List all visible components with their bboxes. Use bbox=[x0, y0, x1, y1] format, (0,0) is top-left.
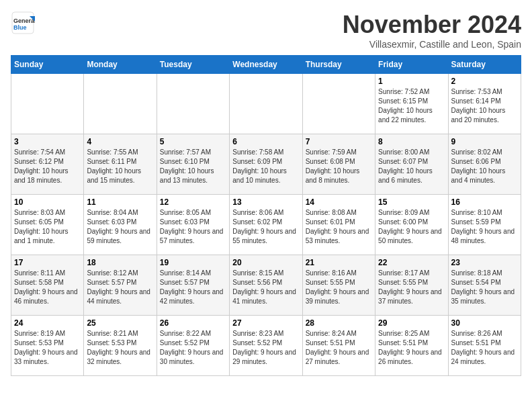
calendar-day-24: 24Sunrise: 8:19 AM Sunset: 5:53 PM Dayli… bbox=[11, 316, 84, 376]
day-number: 29 bbox=[378, 318, 445, 328]
day-number: 1 bbox=[378, 77, 445, 86]
calendar-day-26: 26Sunrise: 8:22 AM Sunset: 5:52 PM Dayli… bbox=[157, 316, 229, 376]
day-number: 9 bbox=[451, 137, 518, 146]
day-info: Sunrise: 7:54 AM Sunset: 6:12 PM Dayligh… bbox=[14, 148, 81, 185]
header: General Blue November 2024 Villasexmir, … bbox=[11, 11, 521, 50]
day-number: 25 bbox=[87, 318, 153, 328]
weekday-header-sunday: Sunday bbox=[11, 56, 84, 74]
calendar-day-empty bbox=[230, 74, 302, 134]
calendar-day-empty bbox=[84, 74, 157, 134]
day-info: Sunrise: 8:04 AM Sunset: 6:03 PM Dayligh… bbox=[87, 208, 153, 246]
day-number: 23 bbox=[451, 258, 518, 267]
day-info: Sunrise: 7:57 AM Sunset: 6:10 PM Dayligh… bbox=[160, 148, 226, 185]
calendar-day-25: 25Sunrise: 8:21 AM Sunset: 5:53 PM Dayli… bbox=[84, 316, 157, 376]
day-number: 26 bbox=[160, 318, 226, 328]
logo: General Blue bbox=[11, 11, 35, 35]
calendar-day-empty bbox=[302, 74, 375, 134]
weekday-header-tuesday: Tuesday bbox=[157, 56, 229, 74]
day-info: Sunrise: 8:12 AM Sunset: 5:57 PM Dayligh… bbox=[87, 269, 153, 306]
calendar-day-27: 27Sunrise: 8:23 AM Sunset: 5:52 PM Dayli… bbox=[230, 316, 302, 376]
weekday-header-thursday: Thursday bbox=[302, 56, 375, 74]
calendar-day-5: 5Sunrise: 7:57 AM Sunset: 6:10 PM Daylig… bbox=[157, 134, 229, 195]
calendar-day-8: 8Sunrise: 8:00 AM Sunset: 6:07 PM Daylig… bbox=[375, 134, 448, 195]
calendar-day-11: 11Sunrise: 8:04 AM Sunset: 6:03 PM Dayli… bbox=[84, 195, 157, 255]
day-info: Sunrise: 8:17 AM Sunset: 5:55 PM Dayligh… bbox=[378, 269, 445, 306]
calendar-day-empty bbox=[157, 74, 229, 134]
calendar-table: SundayMondayTuesdayWednesdayThursdayFrid… bbox=[11, 55, 521, 376]
day-info: Sunrise: 8:14 AM Sunset: 5:57 PM Dayligh… bbox=[160, 269, 226, 306]
calendar-day-17: 17Sunrise: 8:11 AM Sunset: 5:58 PM Dayli… bbox=[11, 255, 84, 316]
day-number: 15 bbox=[378, 197, 445, 207]
day-info: Sunrise: 8:19 AM Sunset: 5:53 PM Dayligh… bbox=[14, 329, 81, 367]
day-number: 5 bbox=[160, 137, 226, 146]
day-number: 19 bbox=[160, 258, 226, 267]
logo-icon: General Blue bbox=[11, 11, 35, 35]
day-number: 8 bbox=[378, 137, 445, 146]
calendar-week-5: 24Sunrise: 8:19 AM Sunset: 5:53 PM Dayli… bbox=[11, 316, 521, 376]
calendar-day-16: 16Sunrise: 8:10 AM Sunset: 5:59 PM Dayli… bbox=[448, 195, 521, 255]
day-info: Sunrise: 7:52 AM Sunset: 6:15 PM Dayligh… bbox=[378, 87, 445, 125]
day-number: 22 bbox=[378, 258, 445, 267]
calendar-day-4: 4Sunrise: 7:55 AM Sunset: 6:11 PM Daylig… bbox=[84, 134, 157, 195]
calendar-week-1: 1Sunrise: 7:52 AM Sunset: 6:15 PM Daylig… bbox=[11, 74, 521, 134]
calendar-day-20: 20Sunrise: 8:15 AM Sunset: 5:56 PM Dayli… bbox=[230, 255, 302, 316]
calendar-day-13: 13Sunrise: 8:06 AM Sunset: 6:02 PM Dayli… bbox=[230, 195, 302, 255]
day-info: Sunrise: 8:16 AM Sunset: 5:55 PM Dayligh… bbox=[306, 269, 372, 306]
calendar-day-10: 10Sunrise: 8:03 AM Sunset: 6:05 PM Dayli… bbox=[11, 195, 84, 255]
day-number: 21 bbox=[306, 258, 372, 267]
title-block: November 2024 Villasexmir, Castille and … bbox=[343, 11, 521, 50]
day-number: 28 bbox=[306, 318, 372, 328]
day-number: 10 bbox=[14, 197, 81, 207]
calendar-day-6: 6Sunrise: 7:58 AM Sunset: 6:09 PM Daylig… bbox=[230, 134, 302, 195]
day-number: 4 bbox=[87, 137, 153, 146]
day-info: Sunrise: 8:00 AM Sunset: 6:07 PM Dayligh… bbox=[378, 148, 445, 185]
day-number: 6 bbox=[232, 137, 299, 146]
calendar-week-3: 10Sunrise: 8:03 AM Sunset: 6:05 PM Dayli… bbox=[11, 195, 521, 255]
day-info: Sunrise: 8:24 AM Sunset: 5:51 PM Dayligh… bbox=[306, 329, 372, 367]
day-info: Sunrise: 8:18 AM Sunset: 5:54 PM Dayligh… bbox=[451, 269, 518, 306]
svg-text:General: General bbox=[13, 17, 35, 24]
calendar-day-7: 7Sunrise: 7:59 AM Sunset: 6:08 PM Daylig… bbox=[302, 134, 375, 195]
day-number: 14 bbox=[306, 197, 372, 207]
day-number: 17 bbox=[14, 258, 81, 267]
weekday-header-wednesday: Wednesday bbox=[230, 56, 302, 74]
day-info: Sunrise: 8:22 AM Sunset: 5:52 PM Dayligh… bbox=[160, 329, 226, 367]
calendar-day-18: 18Sunrise: 8:12 AM Sunset: 5:57 PM Dayli… bbox=[84, 255, 157, 316]
day-info: Sunrise: 8:06 AM Sunset: 6:02 PM Dayligh… bbox=[232, 208, 299, 246]
calendar-week-2: 3Sunrise: 7:54 AM Sunset: 6:12 PM Daylig… bbox=[11, 134, 521, 195]
day-info: Sunrise: 8:10 AM Sunset: 5:59 PM Dayligh… bbox=[451, 208, 518, 246]
day-number: 11 bbox=[87, 197, 153, 207]
calendar-day-14: 14Sunrise: 8:08 AM Sunset: 6:01 PM Dayli… bbox=[302, 195, 375, 255]
calendar-day-1: 1Sunrise: 7:52 AM Sunset: 6:15 PM Daylig… bbox=[375, 74, 448, 134]
calendar-day-29: 29Sunrise: 8:25 AM Sunset: 5:51 PM Dayli… bbox=[375, 316, 448, 376]
day-number: 2 bbox=[451, 77, 518, 86]
day-info: Sunrise: 8:08 AM Sunset: 6:01 PM Dayligh… bbox=[306, 208, 372, 246]
weekday-header-monday: Monday bbox=[84, 56, 157, 74]
calendar-body: 1Sunrise: 7:52 AM Sunset: 6:15 PM Daylig… bbox=[11, 74, 521, 376]
day-info: Sunrise: 8:09 AM Sunset: 6:00 PM Dayligh… bbox=[378, 208, 445, 246]
day-number: 16 bbox=[451, 197, 518, 207]
day-number: 18 bbox=[87, 258, 153, 267]
weekday-header-row: SundayMondayTuesdayWednesdayThursdayFrid… bbox=[11, 56, 521, 74]
day-info: Sunrise: 7:53 AM Sunset: 6:14 PM Dayligh… bbox=[451, 87, 518, 125]
calendar-day-2: 2Sunrise: 7:53 AM Sunset: 6:14 PM Daylig… bbox=[448, 74, 521, 134]
calendar-day-19: 19Sunrise: 8:14 AM Sunset: 5:57 PM Dayli… bbox=[157, 255, 229, 316]
calendar-day-empty bbox=[11, 74, 84, 134]
day-info: Sunrise: 8:26 AM Sunset: 5:51 PM Dayligh… bbox=[451, 329, 518, 367]
day-number: 13 bbox=[232, 197, 299, 207]
month-title: November 2024 bbox=[343, 11, 521, 39]
day-number: 12 bbox=[160, 197, 226, 207]
calendar-day-21: 21Sunrise: 8:16 AM Sunset: 5:55 PM Dayli… bbox=[302, 255, 375, 316]
day-number: 24 bbox=[14, 318, 81, 328]
calendar-day-3: 3Sunrise: 7:54 AM Sunset: 6:12 PM Daylig… bbox=[11, 134, 84, 195]
calendar-day-12: 12Sunrise: 8:05 AM Sunset: 6:03 PM Dayli… bbox=[157, 195, 229, 255]
day-info: Sunrise: 7:59 AM Sunset: 6:08 PM Dayligh… bbox=[306, 148, 372, 185]
day-info: Sunrise: 8:15 AM Sunset: 5:56 PM Dayligh… bbox=[232, 269, 299, 306]
day-info: Sunrise: 8:02 AM Sunset: 6:06 PM Dayligh… bbox=[451, 148, 518, 185]
calendar-day-15: 15Sunrise: 8:09 AM Sunset: 6:00 PM Dayli… bbox=[375, 195, 448, 255]
day-number: 30 bbox=[451, 318, 518, 328]
day-number: 27 bbox=[232, 318, 299, 328]
svg-text:Blue: Blue bbox=[13, 24, 27, 31]
day-number: 7 bbox=[306, 137, 372, 146]
calendar-week-4: 17Sunrise: 8:11 AM Sunset: 5:58 PM Dayli… bbox=[11, 255, 521, 316]
